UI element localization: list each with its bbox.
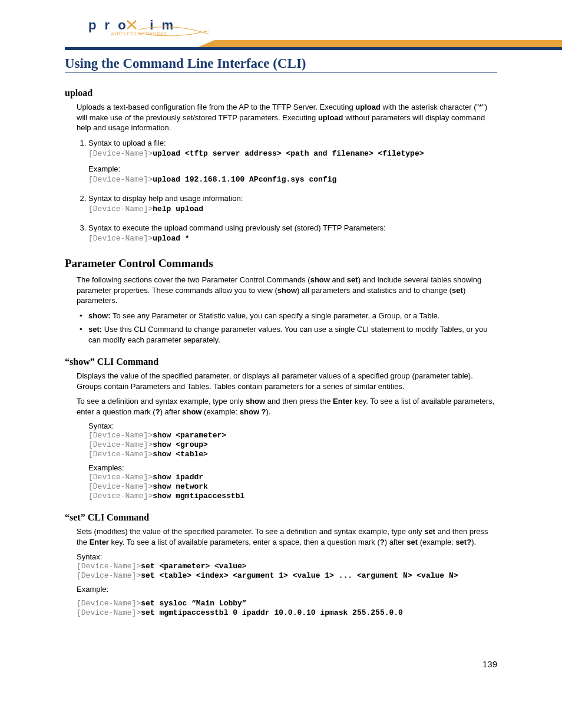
code-cmd: set sysloc “Main Lobby” xyxy=(141,599,246,608)
code-cmd: upload * xyxy=(153,234,189,243)
text-bold: upload xyxy=(318,113,343,122)
code-prompt: [Device-Name]> xyxy=(88,482,153,491)
code-cmd: show mgmtipaccesstbl xyxy=(153,492,244,500)
code-prompt: [Device-Name]> xyxy=(88,175,153,184)
code-prompt: [Device-Name]> xyxy=(88,234,153,243)
text-bold: set xyxy=(452,286,463,295)
code-prompt: [Device-Name]> xyxy=(77,608,141,617)
list-item: show: To see any Parameter or Statistic … xyxy=(88,311,497,321)
header: p r o x i m WIRELESS NETWORKS xyxy=(65,18,497,50)
page: p r o x i m WIRELESS NETWORKS Using the … xyxy=(0,0,562,693)
code-cmd: show <parameter> xyxy=(153,431,226,440)
text-bold: upload xyxy=(355,103,381,111)
text: Syntax to display help and usage informa… xyxy=(88,194,243,203)
text: ) after xyxy=(385,538,407,546)
code-prompt: [Device-Name]> xyxy=(88,450,153,459)
pcc-heading: Parameter Control Commands xyxy=(65,257,497,270)
text-bold: set xyxy=(424,527,435,536)
text: (example: xyxy=(418,538,455,546)
page-title: Using the Command Line Interface (CLI) xyxy=(65,56,497,73)
code-cmd: upload 192.168.1.100 APconfig.sys config xyxy=(153,175,336,184)
text: Sets (modifies) the value of the specifi… xyxy=(77,527,424,536)
text-bold: Enter xyxy=(90,538,109,546)
header-accent-tri xyxy=(198,40,214,47)
code-prompt: [Device-Name]> xyxy=(88,149,153,158)
list-item: Syntax to execute the upload command usi… xyxy=(88,223,497,244)
code-cmd: show network xyxy=(153,482,208,491)
set-syntax-block: Syntax: [Device-Name]>set <parameter> <v… xyxy=(77,552,497,617)
code-cmd: show ipaddr xyxy=(153,473,203,482)
code-cmd: set <table> <index> <argument 1> <value … xyxy=(141,571,458,580)
set-heading: “set” CLI Command xyxy=(65,512,497,523)
text: Syntax to upload a file: xyxy=(88,139,166,147)
text: To see any Parameter or Statistic value,… xyxy=(111,311,440,320)
text: The following sections cover the two Par… xyxy=(77,275,310,284)
text-bold: ? xyxy=(156,407,160,416)
text-bold: set xyxy=(347,275,358,284)
text: and then press the xyxy=(265,397,333,406)
code-prompt: [Device-Name]> xyxy=(88,431,153,440)
text: Syntax: xyxy=(77,552,102,561)
text-bold: Enter xyxy=(333,397,352,406)
set-p1: Sets (modifies) the value of the specifi… xyxy=(77,526,497,547)
header-accent-bar xyxy=(214,40,562,47)
pcc-bullets: show: To see any Parameter or Statistic … xyxy=(77,311,497,345)
code-prompt: [Device-Name]> xyxy=(88,205,153,213)
text: Uploads a text-based configuration file … xyxy=(77,103,355,111)
list-item: Syntax to display help and usage informa… xyxy=(88,193,497,215)
text-bold: set: xyxy=(88,325,102,334)
code-prompt: [Device-Name]> xyxy=(77,599,141,608)
text-bold: set xyxy=(406,538,418,546)
text-bold: show xyxy=(182,407,201,416)
code-cmd: help upload xyxy=(153,205,203,213)
text-bold: set? xyxy=(455,538,471,546)
text-bold: show ? xyxy=(240,407,266,416)
text-bold: show xyxy=(246,397,265,406)
show-heading: “show” CLI Command xyxy=(65,357,497,367)
show-p1: Displays the value of the specified para… xyxy=(77,371,497,391)
pcc-intro: The following sections cover the two Par… xyxy=(77,275,497,306)
text: ) all parameters and statistics and to c… xyxy=(297,286,452,295)
page-number: 139 xyxy=(482,659,497,669)
upload-list: Syntax to upload a file: [Device-Name]>u… xyxy=(77,138,497,244)
list-item: set: Use this CLI Command to change para… xyxy=(88,324,497,345)
code-cmd: set <parameter> <value> xyxy=(141,562,246,571)
code-prompt: [Device-Name]> xyxy=(77,571,141,580)
code-cmd: show <table> xyxy=(153,450,208,459)
text-bold: show xyxy=(277,286,297,295)
text-bold: show: xyxy=(88,311,111,320)
list-item: Syntax to upload a file: [Device-Name]>u… xyxy=(88,138,497,185)
text: key. To see a list of available paramete… xyxy=(109,538,380,546)
logo: p r o x i m WIRELESS NETWORKS xyxy=(88,18,176,36)
text: Examples: xyxy=(88,463,124,472)
code-prompt: [Device-Name]> xyxy=(88,440,153,449)
text: ) after xyxy=(160,407,183,416)
text: Example: xyxy=(77,585,108,594)
text: Use this CLI Command to change parameter… xyxy=(88,325,488,344)
text-bold: show xyxy=(310,275,330,284)
header-navy-bar xyxy=(65,47,562,50)
upload-heading: upload xyxy=(65,88,497,98)
code-cmd: upload <tftp server address> <path and f… xyxy=(153,149,424,158)
code-cmd: set mgmtipaccesstbl 0 ipaddr 10.0.0.10 i… xyxy=(141,608,403,617)
show-syntax-block: Syntax: [Device-Name]>show <parameter> [… xyxy=(88,421,497,500)
text: and xyxy=(330,275,347,284)
show-p2: To see a definition and syntax example, … xyxy=(77,396,497,417)
code-prompt: [Device-Name]> xyxy=(88,473,153,482)
text: Example: xyxy=(88,164,120,173)
code-prompt: [Device-Name]> xyxy=(88,492,153,500)
text: Syntax to execute the upload command usi… xyxy=(88,223,386,232)
text-bold: ? xyxy=(380,538,385,546)
code-prompt: [Device-Name]> xyxy=(77,562,141,571)
upload-intro: Uploads a text-based configuration file … xyxy=(77,102,497,133)
text: (example: xyxy=(201,407,239,416)
code-cmd: show <group> xyxy=(153,440,208,449)
text: ). xyxy=(266,407,271,416)
text: Syntax: xyxy=(88,421,114,430)
text: To see a definition and syntax example, … xyxy=(77,397,246,406)
text: ). xyxy=(471,538,476,546)
logo-swoosh-icon xyxy=(138,25,209,39)
